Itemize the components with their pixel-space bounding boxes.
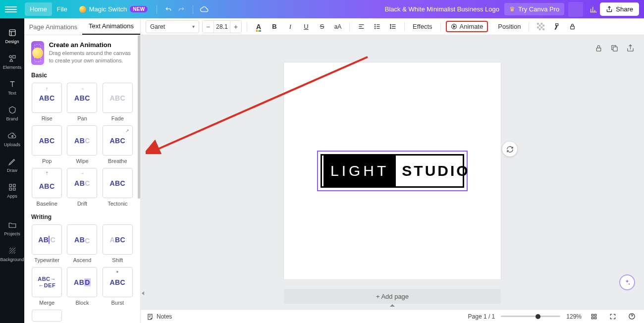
animation-tabs: Page Animations Text Animations (24, 18, 140, 35)
canvas-page[interactable]: LIGHT STUDIO (284, 62, 501, 279)
document-name[interactable]: Black & White Minimalist Business Logo (385, 5, 499, 13)
nav-background[interactable]: Background (0, 241, 24, 267)
bold-button[interactable]: B (268, 20, 281, 33)
export-page-icon[interactable] (626, 44, 635, 53)
page-strip-toggle[interactable] (380, 304, 405, 308)
underline-button[interactable]: U (300, 20, 313, 33)
anim-pan[interactable]: →ABCPan (66, 83, 98, 121)
font-select[interactable]: Garet▾ (146, 20, 199, 33)
anim-block[interactable]: ABDBlock (66, 267, 98, 306)
analytics-icon[interactable] (587, 3, 600, 16)
align-button[interactable] (355, 20, 368, 33)
anim-wipe[interactable]: ABCWipe (66, 125, 98, 164)
font-size-increase[interactable]: + (230, 21, 241, 33)
anim-rise[interactable]: ↑ABCRise (31, 83, 62, 121)
effects-button[interactable]: Effects (410, 21, 435, 32)
try-pro-label: Try Canva Pro (518, 5, 559, 13)
canvas-area[interactable]: LIGHT STUDIO + Add page (141, 35, 644, 309)
anim-pop[interactable]: ABCPop (31, 125, 62, 164)
left-nav: Design Elements Text Brand Uploads Draw … (0, 18, 24, 323)
section-basic-label: Basic (31, 72, 133, 79)
create-animation-promo[interactable]: Create an Animation Drag elements around… (31, 41, 133, 65)
add-page-button[interactable]: + Add page (284, 289, 501, 304)
svg-point-8 (375, 26, 375, 27)
page-lock-icon[interactable] (594, 44, 603, 53)
magic-switch-button[interactable]: Magic Switch NEW (75, 3, 152, 15)
anim-drift[interactable]: →ABCDrift (66, 168, 98, 207)
grid-view-button[interactable] (588, 310, 600, 323)
help-button[interactable] (625, 310, 638, 323)
page-actions (594, 44, 635, 53)
anim-merge[interactable]: ABC→←DEFMerge (31, 267, 62, 306)
anim-baseline[interactable]: ⇡ABCBaseline (31, 168, 62, 207)
share-label: Share (616, 5, 633, 13)
nav-elements[interactable]: Elements (0, 49, 24, 75)
regenerate-fab[interactable] (502, 142, 517, 157)
tab-text-animations[interactable]: Text Animations (82, 22, 140, 35)
notes-icon (147, 313, 154, 320)
topbar: Home File Magic Switch NEW Black & White… (0, 0, 644, 18)
home-link[interactable]: Home (25, 2, 52, 16)
text-case-button[interactable]: aA (331, 20, 344, 33)
anim-extra[interactable] (31, 310, 62, 322)
divider (193, 5, 193, 14)
lock-button[interactable] (566, 20, 579, 33)
undo-button[interactable] (162, 3, 175, 16)
anim-shift[interactable]: ABCShift (102, 224, 133, 263)
zoom-value[interactable]: 129% (566, 313, 582, 320)
spacing-button[interactable] (386, 20, 399, 33)
try-pro-button[interactable]: ♛ Try Canva Pro (504, 3, 564, 15)
svg-rect-26 (594, 314, 596, 316)
selected-text-element[interactable]: LIGHT STUDIO (317, 151, 468, 191)
editor: Garet▾ − 28.1 + A B I U S aA Effects Ani… (141, 18, 644, 323)
h-scroll-left[interactable] (142, 291, 145, 294)
animate-button[interactable]: Animate (446, 21, 488, 32)
assistant-fab[interactable] (619, 274, 635, 290)
anim-typewriter[interactable]: ABCTypewriter (31, 224, 62, 263)
text-color-button[interactable]: A (252, 20, 265, 33)
duplicate-page-icon[interactable] (610, 44, 619, 53)
share-icon (606, 6, 613, 13)
nav-apps[interactable]: Apps (0, 178, 24, 204)
svg-rect-4 (13, 184, 15, 187)
anim-tectonic[interactable]: ABCTectonic (102, 168, 133, 207)
font-size-value[interactable]: 28.1 (214, 21, 230, 33)
file-link[interactable]: File (52, 2, 72, 16)
nav-brand[interactable]: Brand (0, 101, 24, 126)
panel-scrollbar[interactable] (138, 35, 140, 199)
transparency-button[interactable] (534, 20, 547, 33)
anim-breathe[interactable]: ↗ABCBreathe (102, 125, 133, 164)
svg-rect-21 (596, 48, 601, 51)
anim-burst[interactable]: ✦ABCBurst (102, 267, 133, 306)
redo-button[interactable] (175, 3, 188, 16)
cloud-sync-icon[interactable] (198, 3, 211, 16)
strikethrough-button[interactable]: S (316, 20, 328, 33)
side-panel: Page Animations Text Animations Create a… (24, 18, 141, 323)
tab-page-animations[interactable]: Page Animations (24, 23, 82, 35)
svg-rect-19 (542, 28, 544, 30)
nav-text[interactable]: Text (0, 75, 24, 101)
nav-projects[interactable]: Projects (0, 215, 24, 241)
svg-point-1 (9, 55, 12, 58)
share-button[interactable]: Share (600, 2, 639, 16)
hamburger-menu[interactable] (5, 3, 17, 15)
svg-rect-3 (9, 184, 12, 187)
promo-title: Create an Animation (49, 41, 133, 49)
nav-uploads[interactable]: Uploads (0, 126, 24, 152)
position-button[interactable]: Position (495, 21, 524, 32)
crown-icon: ♛ (509, 5, 515, 13)
notes-button[interactable]: Notes (147, 313, 172, 320)
page-indicator[interactable]: Page 1 / 1 (468, 313, 495, 320)
fullscreen-button[interactable] (606, 310, 619, 323)
anim-fade[interactable]: ABCFade (102, 83, 133, 121)
user-avatar[interactable] (568, 2, 583, 17)
zoom-slider[interactable] (501, 316, 560, 317)
anim-ascend[interactable]: ABCAscend (66, 224, 98, 263)
font-size-decrease[interactable]: − (203, 21, 214, 33)
list-button[interactable] (371, 20, 383, 33)
nav-design[interactable]: Design (0, 23, 24, 49)
copy-style-button[interactable] (550, 20, 563, 33)
magic-label: Magic Switch (89, 5, 127, 13)
italic-button[interactable]: I (284, 20, 297, 33)
nav-draw[interactable]: Draw (0, 152, 24, 178)
